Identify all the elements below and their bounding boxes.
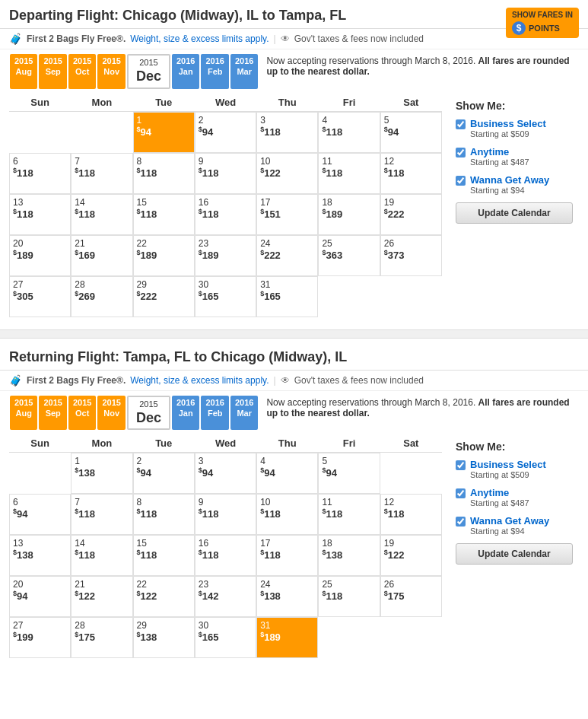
table-row[interactable]: 29$138: [133, 617, 195, 658]
month-tab-jan[interactable]: 2016Jan: [172, 54, 199, 89]
table-row[interactable]: 30$165: [195, 276, 256, 317]
table-row[interactable]: 21$169: [71, 235, 132, 276]
month-tab-nov[interactable]: 2015Nov: [97, 54, 125, 89]
ret-wanna-get-away-name[interactable]: Wanna Get Away: [470, 515, 549, 527]
table-row[interactable]: 20$94: [9, 576, 71, 617]
ret-business-select-checkbox[interactable]: [456, 460, 466, 470]
table-row[interactable]: 13$138: [9, 535, 71, 576]
table-row[interactable]: 27$199: [9, 617, 71, 658]
wanna-get-away-checkbox[interactable]: [456, 176, 466, 186]
ret-business-select-name[interactable]: Business Select: [470, 459, 546, 470]
anytime-name[interactable]: Anytime: [470, 146, 529, 157]
table-row[interactable]: 28$175: [71, 617, 132, 658]
table-row[interactable]: 23$189: [195, 235, 256, 276]
month-tab-dec-current[interactable]: 2015 Dec: [127, 54, 170, 89]
ret-anytime-name[interactable]: Anytime: [470, 487, 529, 498]
table-row[interactable]: 7$118: [71, 153, 132, 194]
table-row[interactable]: 23$142: [195, 576, 256, 617]
table-row[interactable]: 14$118: [71, 194, 132, 235]
table-row[interactable]: 25$363: [318, 235, 380, 276]
dollar-option[interactable]: $: [512, 21, 526, 35]
table-row[interactable]: 19$222: [380, 194, 442, 235]
table-row[interactable]: 4$94: [256, 453, 318, 494]
table-row[interactable]: 29$222: [133, 276, 195, 317]
table-row[interactable]: 8$118: [133, 494, 195, 535]
table-row[interactable]: 22$189: [133, 235, 195, 276]
table-row[interactable]: 9$118: [195, 494, 256, 535]
table-row[interactable]: 18$189: [318, 194, 380, 235]
table-row[interactable]: 27$305: [9, 276, 71, 317]
wanna-get-away-name[interactable]: Wanna Get Away: [470, 174, 549, 186]
fare-price: $373: [384, 249, 438, 261]
table-row[interactable]: 16$118: [195, 194, 256, 235]
table-row[interactable]: 13$118: [9, 194, 71, 235]
ret-month-tab-sep[interactable]: 2015Sep: [39, 396, 66, 431]
table-row[interactable]: 9$118: [195, 153, 256, 194]
table-row[interactable]: 2$94: [133, 453, 195, 494]
ret-month-tab-mar[interactable]: 2016Mar: [230, 396, 258, 431]
month-tab-feb[interactable]: 2016Feb: [201, 54, 228, 89]
business-select-name[interactable]: Business Select: [470, 118, 546, 129]
table-row[interactable]: 6$94: [9, 494, 71, 535]
table-row[interactable]: 16$118: [195, 535, 256, 576]
table-row[interactable]: 14$118: [71, 535, 132, 576]
table-row[interactable]: 1$138: [71, 453, 132, 494]
anytime-checkbox[interactable]: [456, 148, 466, 157]
business-select-checkbox[interactable]: [456, 119, 466, 129]
fare-price: $169: [75, 249, 129, 261]
ret-month-tab-aug[interactable]: 2015Aug: [10, 396, 37, 431]
table-row[interactable]: 26$373: [380, 235, 442, 276]
table-row[interactable]: 31$165: [256, 276, 318, 317]
table-row[interactable]: 18$138: [318, 535, 380, 576]
table-row[interactable]: 11$118: [318, 494, 380, 535]
table-row[interactable]: 12$118: [380, 494, 442, 535]
table-row[interactable]: 19$122: [380, 535, 442, 576]
table-row[interactable]: 3$118: [256, 112, 318, 153]
table-row[interactable]: 31$189: [256, 617, 318, 658]
table-row[interactable]: 6$118: [9, 153, 71, 194]
returning-bags-link[interactable]: Weight, size & excess limits apply.: [130, 375, 269, 386]
table-row[interactable]: 25$118: [318, 576, 380, 617]
table-row[interactable]: 5$94: [318, 453, 380, 494]
month-tab-aug[interactable]: 2015Aug: [10, 54, 37, 89]
ret-month-tab-nov[interactable]: 2015Nov: [97, 396, 125, 431]
ret-update-calendar-button[interactable]: Update Calendar: [456, 543, 573, 565]
table-row[interactable]: 17$118: [256, 535, 318, 576]
table-row[interactable]: 1$94: [133, 112, 195, 153]
update-calendar-button[interactable]: Update Calendar: [456, 202, 573, 224]
month-tab-mar[interactable]: 2016Mar: [230, 54, 258, 89]
table-row[interactable]: 15$118: [133, 535, 195, 576]
points-option[interactable]: POINTS: [529, 24, 560, 33]
ret-month-tab-feb[interactable]: 2016Feb: [201, 396, 228, 431]
table-row[interactable]: 2$94: [195, 112, 256, 153]
table-row[interactable]: 26$175: [380, 576, 442, 617]
bags-link[interactable]: Weight, size & excess limits apply.: [130, 33, 269, 44]
table-row[interactable]: 24$138: [256, 576, 318, 617]
table-row[interactable]: 12$118: [380, 153, 442, 194]
table-row[interactable]: 24$222: [256, 235, 318, 276]
table-row[interactable]: 3$94: [195, 453, 256, 494]
table-row[interactable]: 11$118: [318, 153, 380, 194]
ret-month-tab-dec-current[interactable]: 2015 Dec: [127, 396, 170, 431]
table-row[interactable]: 8$118: [133, 153, 195, 194]
ret-month-tab-jan[interactable]: 2016Jan: [172, 396, 199, 431]
month-tab-sep[interactable]: 2015Sep: [39, 54, 66, 89]
table-row[interactable]: 28$269: [71, 276, 132, 317]
table-row: [318, 617, 380, 658]
ret-anytime-checkbox[interactable]: [456, 488, 466, 498]
table-row[interactable]: 4$118: [318, 112, 380, 153]
table-row[interactable]: 15$118: [133, 194, 195, 235]
table-row[interactable]: 20$189: [9, 235, 71, 276]
ret-month-tab-oct[interactable]: 2015Oct: [68, 396, 96, 431]
table-row[interactable]: 5$94: [380, 112, 442, 153]
month-tab-oct[interactable]: 2015Oct: [68, 54, 96, 89]
ret-wanna-get-away-checkbox[interactable]: [456, 517, 466, 527]
table-row[interactable]: 17$151: [256, 194, 318, 235]
show-fares-button[interactable]: SHOW FARES IN $ POINTS: [506, 8, 579, 38]
table-row[interactable]: 10$122: [256, 153, 318, 194]
table-row[interactable]: 10$118: [256, 494, 318, 535]
table-row[interactable]: 21$122: [71, 576, 132, 617]
table-row[interactable]: 7$118: [71, 494, 132, 535]
table-row[interactable]: 30$165: [195, 617, 256, 658]
table-row[interactable]: 22$122: [133, 576, 195, 617]
